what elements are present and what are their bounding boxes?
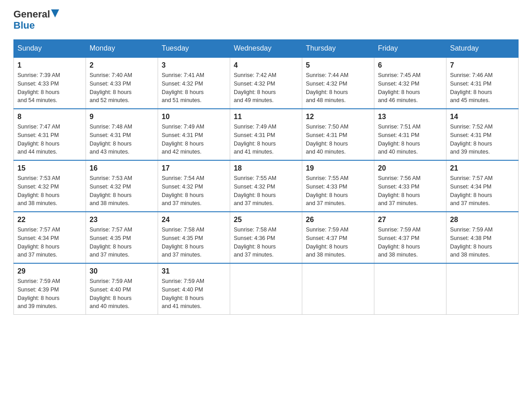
day-number: 5: [306, 61, 370, 69]
day-cell: 2 Sunrise: 7:40 AM Sunset: 4:33 PM Dayli…: [86, 57, 158, 109]
day-cell: 18 Sunrise: 7:55 AM Sunset: 4:32 PM Dayl…: [230, 160, 302, 212]
day-info: Sunrise: 7:59 AM Sunset: 4:38 PM Dayligh…: [450, 226, 515, 259]
day-number: 24: [162, 216, 226, 224]
header-cell-monday: Monday: [86, 40, 158, 58]
day-number: 2: [90, 61, 154, 69]
day-cell: 19 Sunrise: 7:55 AM Sunset: 4:33 PM Dayl…: [302, 160, 374, 212]
calendar-body: 1 Sunrise: 7:39 AM Sunset: 4:33 PM Dayli…: [14, 57, 519, 315]
day-cell: 16 Sunrise: 7:53 AM Sunset: 4:32 PM Dayl…: [86, 160, 158, 212]
day-cell: 29 Sunrise: 7:59 AM Sunset: 4:39 PM Dayl…: [14, 263, 86, 315]
day-info: Sunrise: 7:40 AM Sunset: 4:33 PM Dayligh…: [90, 71, 154, 105]
day-info: Sunrise: 7:59 AM Sunset: 4:40 PM Dayligh…: [90, 277, 154, 311]
header-cell-friday: Friday: [374, 40, 446, 58]
day-cell: 20 Sunrise: 7:56 AM Sunset: 4:33 PM Dayl…: [374, 160, 446, 212]
day-number: 14: [450, 113, 515, 121]
day-info: Sunrise: 7:39 AM Sunset: 4:33 PM Dayligh…: [17, 71, 82, 105]
day-number: 31: [162, 267, 226, 275]
week-row-4: 22 Sunrise: 7:57 AM Sunset: 4:34 PM Dayl…: [14, 212, 519, 263]
day-cell: 12 Sunrise: 7:50 AM Sunset: 4:31 PM Dayl…: [302, 109, 374, 160]
day-cell: 7 Sunrise: 7:46 AM Sunset: 4:31 PM Dayli…: [446, 57, 519, 109]
day-cell: 24 Sunrise: 7:58 AM Sunset: 4:35 PM Dayl…: [158, 212, 230, 263]
header-row: SundayMondayTuesdayWednesdayThursdayFrid…: [14, 40, 519, 58]
day-number: 3: [162, 61, 226, 69]
week-row-3: 15 Sunrise: 7:53 AM Sunset: 4:32 PM Dayl…: [14, 160, 519, 212]
day-info: Sunrise: 7:57 AM Sunset: 4:34 PM Dayligh…: [17, 226, 82, 259]
day-cell: 22 Sunrise: 7:57 AM Sunset: 4:34 PM Dayl…: [14, 212, 86, 263]
day-cell: 17 Sunrise: 7:54 AM Sunset: 4:32 PM Dayl…: [158, 160, 230, 212]
day-number: 7: [450, 61, 515, 69]
day-cell: 3 Sunrise: 7:41 AM Sunset: 4:32 PM Dayli…: [158, 57, 230, 109]
day-info: Sunrise: 7:49 AM Sunset: 4:31 PM Dayligh…: [162, 123, 226, 156]
day-info: Sunrise: 7:48 AM Sunset: 4:31 PM Dayligh…: [90, 123, 154, 156]
day-number: 26: [306, 216, 370, 224]
day-info: Sunrise: 7:49 AM Sunset: 4:31 PM Dayligh…: [234, 123, 298, 156]
day-cell: [374, 263, 446, 315]
day-cell: 27 Sunrise: 7:59 AM Sunset: 4:37 PM Dayl…: [374, 212, 446, 263]
day-info: Sunrise: 7:57 AM Sunset: 4:34 PM Dayligh…: [450, 174, 515, 208]
day-info: Sunrise: 7:57 AM Sunset: 4:35 PM Dayligh…: [90, 226, 154, 259]
day-cell: [230, 263, 302, 315]
calendar-table: SundayMondayTuesdayWednesdayThursdayFrid…: [13, 39, 519, 315]
day-cell: [446, 263, 519, 315]
day-cell: 13 Sunrise: 7:51 AM Sunset: 4:31 PM Dayl…: [374, 109, 446, 160]
day-number: 19: [306, 164, 370, 172]
day-number: 4: [234, 61, 298, 69]
logo-arrow-icon: [51, 9, 59, 17]
day-number: 21: [450, 164, 515, 172]
day-info: Sunrise: 7:59 AM Sunset: 4:40 PM Dayligh…: [162, 277, 226, 311]
day-cell: 31 Sunrise: 7:59 AM Sunset: 4:40 PM Dayl…: [158, 263, 230, 315]
day-number: 17: [162, 164, 226, 172]
day-cell: 30 Sunrise: 7:59 AM Sunset: 4:40 PM Dayl…: [86, 263, 158, 315]
header-cell-thursday: Thursday: [302, 40, 374, 58]
day-number: 9: [90, 113, 154, 121]
day-cell: [302, 263, 374, 315]
day-info: Sunrise: 7:52 AM Sunset: 4:31 PM Dayligh…: [450, 123, 515, 156]
day-number: 30: [90, 267, 154, 275]
day-number: 11: [234, 113, 298, 121]
day-info: Sunrise: 7:53 AM Sunset: 4:32 PM Dayligh…: [17, 174, 82, 208]
header-cell-wednesday: Wednesday: [230, 40, 302, 58]
day-info: Sunrise: 7:41 AM Sunset: 4:32 PM Dayligh…: [162, 71, 226, 105]
day-info: Sunrise: 7:46 AM Sunset: 4:31 PM Dayligh…: [450, 71, 515, 105]
day-info: Sunrise: 7:59 AM Sunset: 4:37 PM Dayligh…: [306, 226, 370, 259]
svg-marker-0: [51, 9, 59, 17]
day-info: Sunrise: 7:58 AM Sunset: 4:36 PM Dayligh…: [234, 226, 298, 259]
day-info: Sunrise: 7:47 AM Sunset: 4:31 PM Dayligh…: [17, 123, 82, 156]
day-info: Sunrise: 7:44 AM Sunset: 4:32 PM Dayligh…: [306, 71, 370, 105]
day-number: 25: [234, 216, 298, 224]
day-cell: 1 Sunrise: 7:39 AM Sunset: 4:33 PM Dayli…: [14, 57, 86, 109]
day-cell: 4 Sunrise: 7:42 AM Sunset: 4:32 PM Dayli…: [230, 57, 302, 109]
header-cell-saturday: Saturday: [446, 40, 519, 58]
day-number: 1: [17, 61, 82, 69]
week-row-2: 8 Sunrise: 7:47 AM Sunset: 4:31 PM Dayli…: [14, 109, 519, 160]
day-info: Sunrise: 7:59 AM Sunset: 4:39 PM Dayligh…: [17, 277, 82, 311]
week-row-5: 29 Sunrise: 7:59 AM Sunset: 4:39 PM Dayl…: [14, 263, 519, 315]
day-info: Sunrise: 7:53 AM Sunset: 4:32 PM Dayligh…: [90, 174, 154, 208]
day-info: Sunrise: 7:56 AM Sunset: 4:33 PM Dayligh…: [378, 174, 442, 208]
day-number: 13: [378, 113, 442, 121]
day-info: Sunrise: 7:55 AM Sunset: 4:33 PM Dayligh…: [306, 174, 370, 208]
day-cell: 14 Sunrise: 7:52 AM Sunset: 4:31 PM Dayl…: [446, 109, 519, 160]
day-cell: 11 Sunrise: 7:49 AM Sunset: 4:31 PM Dayl…: [230, 109, 302, 160]
day-cell: 9 Sunrise: 7:48 AM Sunset: 4:31 PM Dayli…: [86, 109, 158, 160]
day-number: 23: [90, 216, 154, 224]
day-number: 28: [450, 216, 515, 224]
day-cell: 15 Sunrise: 7:53 AM Sunset: 4:32 PM Dayl…: [14, 160, 86, 212]
calendar-header: SundayMondayTuesdayWednesdayThursdayFrid…: [14, 40, 519, 58]
header-cell-sunday: Sunday: [14, 40, 86, 58]
day-number: 27: [378, 216, 442, 224]
day-cell: 23 Sunrise: 7:57 AM Sunset: 4:35 PM Dayl…: [86, 212, 158, 263]
day-number: 6: [378, 61, 442, 69]
logo-general: General: [13, 9, 50, 20]
day-number: 22: [17, 216, 82, 224]
day-cell: 6 Sunrise: 7:45 AM Sunset: 4:32 PM Dayli…: [374, 57, 446, 109]
day-cell: 21 Sunrise: 7:57 AM Sunset: 4:34 PM Dayl…: [446, 160, 519, 212]
day-info: Sunrise: 7:58 AM Sunset: 4:35 PM Dayligh…: [162, 226, 226, 259]
page-header: General Blue: [13, 9, 519, 31]
day-info: Sunrise: 7:45 AM Sunset: 4:32 PM Dayligh…: [378, 71, 442, 105]
day-cell: 28 Sunrise: 7:59 AM Sunset: 4:38 PM Dayl…: [446, 212, 519, 263]
day-number: 29: [17, 267, 82, 275]
logo-blue: Blue: [13, 20, 35, 31]
day-info: Sunrise: 7:42 AM Sunset: 4:32 PM Dayligh…: [234, 71, 298, 105]
day-info: Sunrise: 7:55 AM Sunset: 4:32 PM Dayligh…: [234, 174, 298, 208]
